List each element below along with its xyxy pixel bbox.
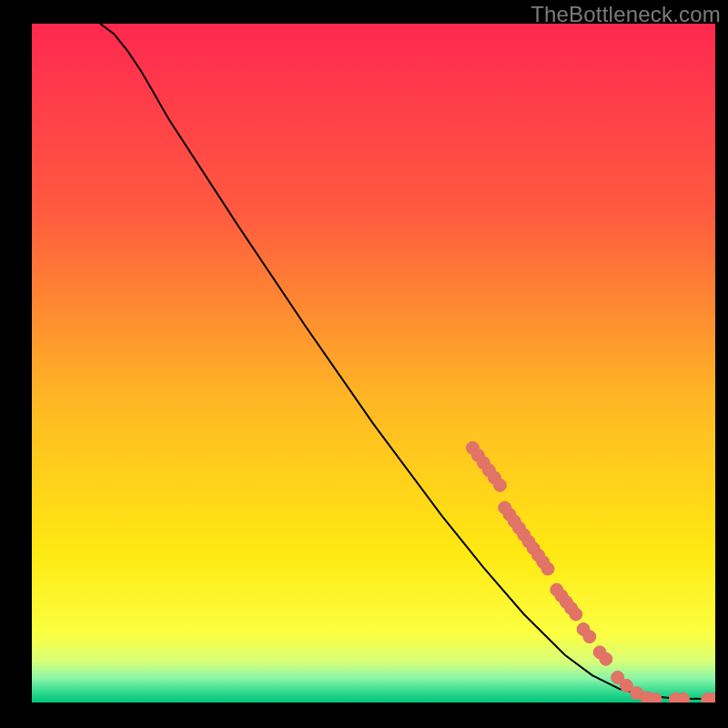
plot-area	[32, 24, 715, 703]
marker-point	[570, 608, 582, 621]
marker-point	[600, 652, 612, 665]
marker-point	[493, 479, 506, 491]
marker-point	[649, 693, 662, 703]
marker-point	[677, 693, 690, 703]
marker-point	[541, 562, 554, 575]
gradient-background	[32, 24, 715, 703]
chart-frame: TheBottleneck.com	[0, 0, 728, 728]
chart-svg	[32, 24, 715, 703]
marker-point	[583, 631, 596, 643]
